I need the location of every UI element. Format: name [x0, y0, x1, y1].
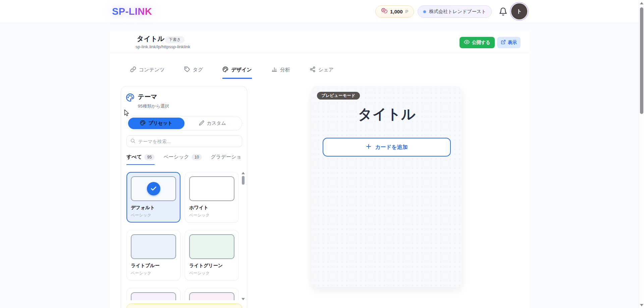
theme-panel-subtitle: 95種類から選択 [138, 103, 169, 109]
theme-category: ベーシック [131, 212, 176, 218]
theme-panel-header: テーマ 95種類から選択 [126, 93, 169, 109]
palette-icon [222, 66, 228, 73]
tag-icon [184, 66, 190, 73]
theme-swatch [131, 176, 176, 201]
filter-label: グラデーション [211, 154, 242, 160]
avatar[interactable]: ト [511, 3, 527, 19]
tab-label: コンテンツ [139, 67, 165, 73]
theme-search [126, 135, 242, 147]
theme-name: デフォルト [131, 205, 176, 211]
points-badge[interactable]: 1,000 P [375, 5, 414, 18]
tab-label: 分析 [280, 67, 290, 73]
add-card-button[interactable]: カードを追加 [323, 138, 451, 157]
theme-grid: デフォルト ベーシック ホワイト ベーシック ライトブルー ベーシック ライトグ… [126, 172, 239, 300]
filter-label: すべて [126, 154, 142, 160]
tab-label: シェア [318, 67, 334, 73]
theme-name: ホワイト [189, 205, 234, 211]
filter-count-badge: 10 [192, 154, 202, 160]
brush-icon [199, 120, 204, 127]
tab-label: デザイン [231, 67, 252, 73]
status-badge: 下書き [165, 36, 184, 43]
tab-analytics[interactable]: 分析 [271, 66, 290, 79]
theme-search-input[interactable] [138, 139, 238, 144]
filter-basic[interactable]: ベーシック 10 [163, 153, 202, 165]
tab-design[interactable]: デザイン [222, 66, 252, 79]
bell-icon[interactable] [499, 7, 507, 16]
page-title: タイトル [137, 34, 164, 43]
palette-icon [126, 93, 135, 109]
points-unit: P [406, 9, 409, 14]
tab-share[interactable]: シェア [310, 66, 334, 79]
eye-icon [464, 39, 470, 46]
company-status-dot [423, 10, 426, 13]
theme-name: ライトブルー [131, 263, 176, 269]
scrollbar-thumb[interactable] [640, 7, 643, 114]
theme-swatch [131, 234, 176, 259]
theme-card-default[interactable]: デフォルト ベーシック [126, 172, 180, 223]
view-label: 表示 [508, 40, 517, 46]
page-scrollbar [639, 0, 644, 308]
preview-mode-badge: プレビューモード [317, 92, 360, 100]
page-tabs: コンテンツ タグ デザイン [130, 66, 334, 79]
filter-label: ベーシック [163, 154, 189, 160]
theme-filters: すべて 95 ベーシック 10 グラデーション [126, 153, 242, 165]
link-icon [130, 66, 136, 73]
palette-icon [140, 120, 146, 127]
theme-card-lightblue[interactable]: ライトブルー ベーシック [126, 230, 180, 281]
tab-label: タグ [193, 67, 203, 73]
add-card-label: カードを追加 [375, 144, 408, 151]
theme-swatch [131, 292, 176, 300]
tab-tags[interactable]: タグ [184, 66, 203, 79]
preview-page-title: タイトル [312, 105, 462, 124]
external-link-icon [501, 40, 506, 46]
filter-count-badge: 95 [144, 154, 155, 160]
check-icon [147, 182, 160, 195]
share-icon [310, 66, 316, 73]
scroll-up-arrow[interactable] [241, 172, 245, 174]
app-logo[interactable]: SP-LINK [112, 6, 152, 17]
info-banner [126, 304, 242, 308]
theme-category: ベーシック [189, 212, 234, 218]
scroll-up-arrow[interactable] [640, 2, 643, 4]
custom-toggle-button[interactable]: カスタム [184, 118, 241, 129]
search-icon [130, 138, 136, 145]
theme-card-white[interactable]: ホワイト ベーシック [185, 172, 239, 223]
custom-label: カスタム [207, 120, 226, 126]
theme-category: ベーシック [131, 270, 176, 276]
view-button[interactable]: 表示 [497, 37, 521, 48]
theme-swatch [189, 234, 234, 259]
app-root: SP-LINK 1,000 P 株式会社トレンドブースト ト [0, 0, 644, 308]
scroll-down-arrow[interactable] [640, 304, 643, 306]
theme-panel: テーマ 95種類から選択 プリセット [121, 86, 247, 308]
theme-category: ベーシック [189, 270, 234, 276]
theme-card-lightgreen[interactable]: ライトグリーン ベーシック [185, 230, 239, 281]
theme-mode-toggle: プリセット カスタム [126, 116, 242, 131]
scroll-down-arrow[interactable] [241, 298, 245, 300]
preset-toggle-button[interactable]: プリセット [128, 118, 184, 129]
page-url: sp-link.link/lp/httpssp-linklink [136, 44, 190, 49]
plus-icon [366, 143, 372, 151]
theme-swatch [189, 292, 234, 300]
company-badge[interactable]: 株式会社トレンドブースト [418, 5, 492, 18]
avatar-initial: ト [517, 8, 522, 15]
scrollbar-thumb[interactable] [242, 176, 245, 185]
preview-panel: プレビューモード タイトル カードを追加 [312, 86, 462, 287]
theme-card[interactable] [126, 288, 180, 300]
filter-all[interactable]: すべて 95 [126, 153, 155, 165]
company-name: 株式会社トレンドブースト [429, 9, 486, 15]
tab-contents[interactable]: コンテンツ [130, 66, 165, 79]
bar-chart-icon [271, 66, 277, 73]
preset-label: プリセット [148, 120, 172, 126]
theme-name: ライトグリーン [189, 263, 234, 269]
top-navbar: SP-LINK 1,000 P 株式会社トレンドブースト ト [0, 0, 639, 23]
publish-button[interactable]: 公開する [460, 37, 495, 48]
points-value: 1,000 [390, 9, 403, 14]
theme-swatch [189, 176, 234, 201]
publish-label: 公開する [472, 40, 490, 46]
theme-card[interactable] [185, 288, 239, 300]
filter-gradient[interactable]: グラデーション [211, 153, 242, 165]
theme-list-scrollbar [241, 172, 245, 300]
theme-panel-title: テーマ [138, 93, 169, 101]
coins-icon [381, 8, 387, 15]
theme-list: デフォルト ベーシック ホワイト ベーシック ライトブルー ベーシック ライトグ… [126, 172, 242, 300]
